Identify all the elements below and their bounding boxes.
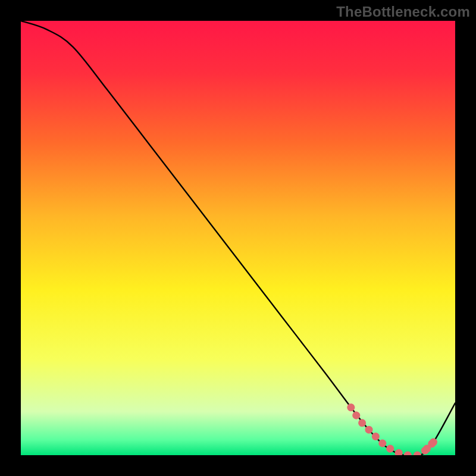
chart-frame: TheBottleneck.com [0,0,476,476]
gradient-background [21,21,455,455]
optimal-dot [423,445,431,453]
optimal-dot [430,439,437,446]
chart-svg [21,21,455,455]
plot-area [21,21,455,455]
watermark-text: TheBottleneck.com [336,4,470,20]
